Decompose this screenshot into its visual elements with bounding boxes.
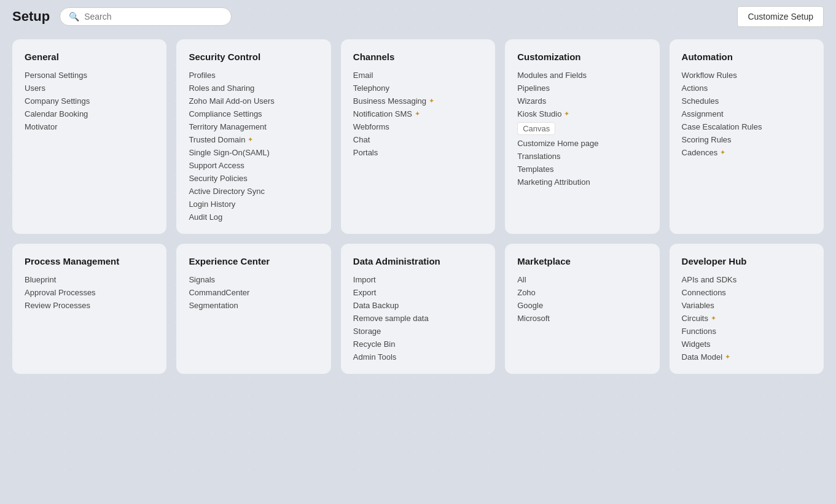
card-items-experience-center: SignalsCommandCenterSegmentation: [189, 275, 318, 310]
link-support-access[interactable]: Support Access: [189, 161, 318, 170]
link-login-history[interactable]: Login History: [189, 200, 318, 209]
link-canvas[interactable]: Canvas: [517, 122, 647, 135]
card-channels: ChannelsEmailTelephonyBusiness Messaging…: [341, 39, 495, 234]
link-portals[interactable]: Portals: [353, 148, 483, 157]
card-items-process-management: BlueprintApproval ProcessesReview Proces…: [25, 275, 154, 310]
link-recycle-bin[interactable]: Recycle Bin: [353, 339, 483, 349]
link-widgets[interactable]: Widgets: [682, 339, 811, 349]
link-chat[interactable]: Chat: [353, 135, 483, 144]
card-title-automation: Automation: [682, 52, 811, 62]
link-compliance-settings[interactable]: Compliance Settings: [189, 109, 318, 118]
link-approval-processes[interactable]: Approval Processes: [25, 288, 154, 297]
search-icon: 🔍: [69, 12, 79, 21]
spark-icon: ✦: [429, 97, 434, 105]
card-developer-hub: Developer HubAPIs and SDKsConnectionsVar…: [670, 244, 824, 374]
link-storage[interactable]: Storage: [353, 327, 483, 336]
link-cadences[interactable]: Cadences✦: [682, 148, 811, 157]
link-case-escalation-rules[interactable]: Case Escalation Rules: [682, 122, 811, 131]
link-marketing-attribution[interactable]: Marketing Attribution: [517, 177, 647, 187]
link-wizards[interactable]: Wizards: [517, 96, 647, 106]
card-title-general: General: [25, 52, 154, 62]
card-experience-center: Experience CenterSignalsCommandCenterSeg…: [176, 244, 330, 374]
spark-icon: ✦: [725, 353, 730, 361]
link-workflow-rules[interactable]: Workflow Rules: [682, 71, 811, 80]
highlighted-canvas[interactable]: Canvas: [517, 122, 555, 135]
link-translations[interactable]: Translations: [517, 152, 647, 161]
link-templates[interactable]: Templates: [517, 165, 647, 174]
link-export[interactable]: Export: [353, 288, 483, 297]
link-actions[interactable]: Actions: [682, 83, 811, 93]
card-customization: CustomizationModules and FieldsPipelines…: [505, 39, 659, 234]
link-territory-management[interactable]: Territory Management: [189, 122, 318, 131]
card-process-management: Process ManagementBlueprintApproval Proc…: [12, 244, 166, 374]
link-variables[interactable]: Variables: [682, 301, 811, 310]
link-import[interactable]: Import: [353, 275, 483, 284]
link-telephony[interactable]: Telephony: [353, 83, 483, 93]
link-personal-settings[interactable]: Personal Settings: [25, 71, 154, 80]
link-email[interactable]: Email: [353, 71, 483, 80]
card-items-general: Personal SettingsUsersCompany SettingsCa…: [25, 71, 154, 131]
card-items-customization: Modules and FieldsPipelinesWizardsKiosk …: [517, 71, 647, 187]
card-title-process-management: Process Management: [25, 256, 154, 266]
spark-icon: ✦: [415, 110, 420, 118]
link-review-processes[interactable]: Review Processes: [25, 301, 154, 310]
link-data-model[interactable]: Data Model✦: [682, 352, 811, 362]
link-schedules[interactable]: Schedules: [682, 96, 811, 106]
search-input[interactable]: [84, 12, 222, 21]
link-circuits[interactable]: Circuits✦: [682, 314, 811, 323]
link-single-sign-onsaml[interactable]: Single Sign-On(SAML): [189, 148, 318, 157]
link-notification-sms[interactable]: Notification SMS✦: [353, 109, 483, 118]
spark-icon: ✦: [711, 314, 716, 322]
link-business-messaging[interactable]: Business Messaging✦: [353, 96, 483, 106]
link-blueprint[interactable]: Blueprint: [25, 275, 154, 284]
customize-setup-button[interactable]: Customize Setup: [737, 6, 824, 27]
link-apis-and-sdks[interactable]: APIs and SDKs: [682, 275, 811, 284]
link-assignment[interactable]: Assignment: [682, 109, 811, 118]
card-items-developer-hub: APIs and SDKsConnectionsVariablesCircuit…: [682, 275, 811, 362]
card-marketplace: MarketplaceAllZohoGoogleMicrosoft: [505, 244, 659, 374]
card-items-channels: EmailTelephonyBusiness Messaging✦Notific…: [353, 71, 483, 157]
link-admin-tools[interactable]: Admin Tools: [353, 352, 483, 362]
link-segmentation[interactable]: Segmentation: [189, 301, 318, 310]
link-scoring-rules[interactable]: Scoring Rules: [682, 135, 811, 144]
card-title-data-administration: Data Administration: [353, 256, 483, 266]
link-modules-and-fields[interactable]: Modules and Fields: [517, 71, 647, 80]
search-box[interactable]: 🔍: [60, 7, 232, 26]
link-calendar-booking[interactable]: Calendar Booking: [25, 109, 154, 118]
link-zoho[interactable]: Zoho: [517, 288, 647, 297]
link-active-directory-sync[interactable]: Active Directory Sync: [189, 187, 318, 196]
link-data-backup[interactable]: Data Backup: [353, 301, 483, 310]
link-kiosk-studio[interactable]: Kiosk Studio✦: [517, 109, 647, 118]
link-microsoft[interactable]: Microsoft: [517, 314, 647, 323]
card-title-developer-hub: Developer Hub: [682, 256, 811, 266]
link-connections[interactable]: Connections: [682, 288, 811, 297]
link-google[interactable]: Google: [517, 301, 647, 310]
link-trusted-domain[interactable]: Trusted Domain✦: [189, 135, 318, 144]
link-remove-sample-data[interactable]: Remove sample data: [353, 314, 483, 323]
card-data-administration: Data AdministrationImportExportData Back…: [341, 244, 495, 374]
link-security-policies[interactable]: Security Policies: [189, 174, 318, 183]
card-security-control: Security ControlProfilesRoles and Sharin…: [176, 39, 330, 234]
card-title-marketplace: Marketplace: [517, 256, 647, 266]
link-zoho-mail-add-on-users[interactable]: Zoho Mail Add-on Users: [189, 96, 318, 106]
cards-grid: GeneralPersonal SettingsUsersCompany Set…: [0, 33, 836, 386]
card-items-security-control: ProfilesRoles and SharingZoho Mail Add-o…: [189, 71, 318, 222]
link-all[interactable]: All: [517, 275, 647, 284]
link-webforms[interactable]: Webforms: [353, 122, 483, 131]
link-commandcenter[interactable]: CommandCenter: [189, 288, 318, 297]
link-audit-log[interactable]: Audit Log: [189, 212, 318, 222]
link-motivator[interactable]: Motivator: [25, 122, 154, 131]
card-title-channels: Channels: [353, 52, 483, 62]
card-title-customization: Customization: [517, 52, 647, 62]
link-pipelines[interactable]: Pipelines: [517, 83, 647, 93]
link-profiles[interactable]: Profiles: [189, 71, 318, 80]
link-signals[interactable]: Signals: [189, 275, 318, 284]
link-customize-home-page[interactable]: Customize Home page: [517, 139, 647, 148]
card-title-experience-center: Experience Center: [189, 256, 318, 266]
link-company-settings[interactable]: Company Settings: [25, 96, 154, 106]
link-roles-and-sharing[interactable]: Roles and Sharing: [189, 83, 318, 93]
spark-icon: ✦: [248, 136, 253, 144]
link-users[interactable]: Users: [25, 83, 154, 93]
card-items-marketplace: AllZohoGoogleMicrosoft: [517, 275, 647, 323]
link-functions[interactable]: Functions: [682, 327, 811, 336]
